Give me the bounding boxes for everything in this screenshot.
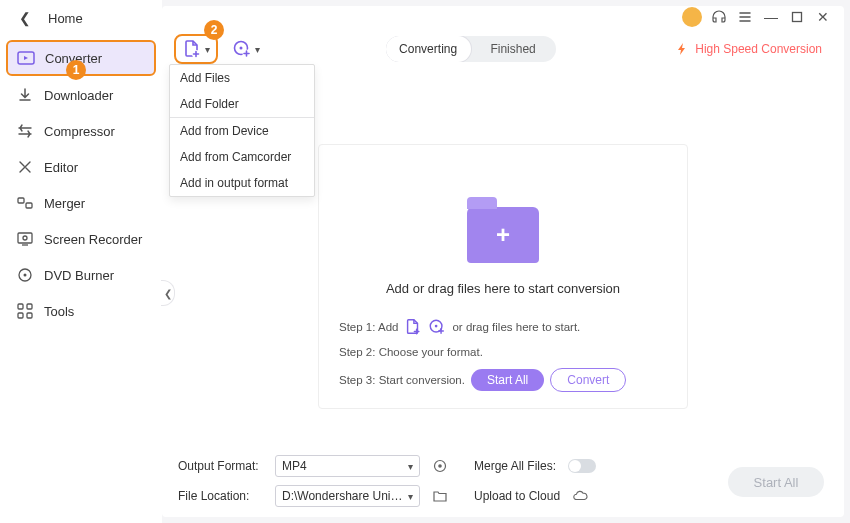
sidebar-item-screen-recorder[interactable]: Screen Recorder bbox=[6, 222, 156, 256]
sidebar-item-merger[interactable]: Merger bbox=[6, 186, 156, 220]
upload-cloud-label: Upload to Cloud bbox=[474, 489, 560, 503]
sidebar-item-compressor[interactable]: Compressor bbox=[6, 114, 156, 148]
high-speed-conversion[interactable]: High Speed Conversion bbox=[675, 42, 832, 56]
sidebar-item-downloader[interactable]: Downloader bbox=[6, 78, 156, 112]
folder-icon: + bbox=[467, 207, 539, 263]
sidebar-item-label: Tools bbox=[44, 304, 74, 319]
bolt-icon bbox=[675, 42, 689, 56]
add-file-dropdown: Add Files Add Folder Add from Device Add… bbox=[169, 64, 315, 197]
chevron-down-icon: ▾ bbox=[205, 44, 210, 55]
start-all-button[interactable]: Start All bbox=[728, 467, 824, 497]
sidebar-item-label: Downloader bbox=[44, 88, 113, 103]
merger-icon bbox=[16, 194, 34, 212]
sidebar-item-label: Compressor bbox=[44, 124, 115, 139]
sidebar-item-label: Editor bbox=[44, 160, 78, 175]
svg-point-19 bbox=[438, 464, 442, 468]
sidebar-item-tools[interactable]: Tools bbox=[6, 294, 156, 328]
main-panel: — ✕ ▾ ▾ Converting Finished High bbox=[162, 6, 844, 517]
settings-icon[interactable] bbox=[432, 458, 448, 474]
select-value: MP4 bbox=[282, 459, 307, 473]
converter-icon bbox=[17, 49, 35, 67]
callout-badge-2: 2 bbox=[204, 20, 224, 40]
tab-label: Converting bbox=[399, 42, 457, 56]
svg-rect-2 bbox=[26, 203, 32, 208]
dropdown-add-folder[interactable]: Add Folder bbox=[170, 91, 314, 117]
tab-label: Finished bbox=[490, 42, 535, 56]
svg-point-17 bbox=[435, 325, 438, 328]
dropdown-add-from-camcorder[interactable]: Add from Camcorder bbox=[170, 144, 314, 170]
sidebar-item-label: Screen Recorder bbox=[44, 232, 142, 247]
tools-icon bbox=[16, 302, 34, 320]
sidebar-item-label: DVD Burner bbox=[44, 268, 114, 283]
add-file-icon bbox=[182, 39, 202, 59]
high-speed-label: High Speed Conversion bbox=[695, 42, 822, 56]
toolbar: ▾ ▾ Converting Finished High Speed Conve… bbox=[162, 6, 844, 70]
dropdown-label: Add in output format bbox=[180, 176, 288, 190]
chevron-down-icon: ▾ bbox=[408, 461, 413, 472]
svg-rect-8 bbox=[27, 304, 32, 309]
step-2: Step 2: Choose your format. bbox=[339, 346, 667, 358]
output-format-select[interactable]: MP4 ▾ bbox=[275, 455, 420, 477]
nav-list: Converter Downloader Compressor Editor M… bbox=[6, 40, 156, 328]
sidebar-item-dvd-burner[interactable]: DVD Burner bbox=[6, 258, 156, 292]
cloud-icon[interactable] bbox=[572, 488, 588, 504]
dropdown-add-in-output-format[interactable]: Add in output format bbox=[170, 170, 314, 196]
svg-point-4 bbox=[23, 236, 27, 240]
chevron-down-icon: ▾ bbox=[408, 491, 413, 502]
svg-rect-3 bbox=[18, 233, 32, 243]
home-label[interactable]: Home bbox=[48, 11, 83, 26]
downloader-icon bbox=[16, 86, 34, 104]
step-3: Step 3: Start conversion. Start All Conv… bbox=[339, 368, 667, 392]
step-label: Step 1: Add bbox=[339, 321, 398, 333]
step-label: Step 3: Start conversion. bbox=[339, 374, 465, 386]
add-dvd-button[interactable]: ▾ bbox=[226, 36, 266, 62]
select-value: D:\Wondershare UniConverter 1 bbox=[282, 489, 408, 503]
back-button[interactable]: ❮ bbox=[16, 10, 34, 26]
add-file-icon bbox=[404, 318, 422, 336]
step-label: or drag files here to start. bbox=[452, 321, 580, 333]
editor-icon bbox=[16, 158, 34, 176]
sidebar-item-label: Merger bbox=[44, 196, 85, 211]
dropdown-label: Add from Device bbox=[180, 124, 269, 138]
chevron-down-icon: ▾ bbox=[255, 44, 260, 55]
dropdown-label: Add from Camcorder bbox=[180, 150, 291, 164]
svg-point-6 bbox=[24, 274, 27, 277]
file-location-label: File Location: bbox=[178, 489, 263, 503]
file-location-select[interactable]: D:\Wondershare UniConverter 1 ▾ bbox=[275, 485, 420, 507]
svg-rect-1 bbox=[18, 198, 24, 203]
merge-all-label: Merge All Files: bbox=[474, 459, 556, 473]
open-folder-icon[interactable] bbox=[432, 488, 448, 504]
step-label: Step 2: Choose your format. bbox=[339, 346, 483, 358]
steps: Step 1: Add or drag files here to start.… bbox=[339, 318, 667, 392]
tab-finished[interactable]: Finished bbox=[471, 36, 556, 62]
dvd-burner-icon bbox=[16, 266, 34, 284]
svg-rect-9 bbox=[18, 313, 23, 318]
screen-recorder-icon bbox=[16, 230, 34, 248]
folder-illustration: + bbox=[339, 165, 667, 263]
sidebar-item-editor[interactable]: Editor bbox=[6, 150, 156, 184]
svg-point-14 bbox=[240, 47, 243, 50]
dropdown-add-files[interactable]: Add Files bbox=[170, 65, 314, 91]
dropzone[interactable]: + Add or drag files here to start conver… bbox=[318, 144, 688, 409]
conversion-tabs: Converting Finished bbox=[386, 36, 556, 62]
add-dvd-icon bbox=[232, 39, 252, 59]
dropzone-title: Add or drag files here to start conversi… bbox=[339, 281, 667, 296]
compressor-icon bbox=[16, 122, 34, 140]
dropdown-label: Add Folder bbox=[180, 97, 239, 111]
convert-small-button[interactable]: Convert bbox=[550, 368, 626, 392]
svg-rect-10 bbox=[27, 313, 32, 318]
svg-rect-7 bbox=[18, 304, 23, 309]
merge-all-toggle[interactable] bbox=[568, 459, 596, 473]
output-format-label: Output Format: bbox=[178, 459, 263, 473]
start-all-small-button[interactable]: Start All bbox=[471, 369, 544, 391]
tab-converting[interactable]: Converting bbox=[386, 36, 471, 62]
dropdown-add-from-device[interactable]: Add from Device bbox=[170, 117, 314, 144]
callout-badge-1: 1 bbox=[66, 60, 86, 80]
plus-icon: + bbox=[467, 207, 539, 263]
dropdown-label: Add Files bbox=[180, 71, 230, 85]
add-dvd-icon bbox=[428, 318, 446, 336]
step-1: Step 1: Add or drag files here to start. bbox=[339, 318, 667, 336]
